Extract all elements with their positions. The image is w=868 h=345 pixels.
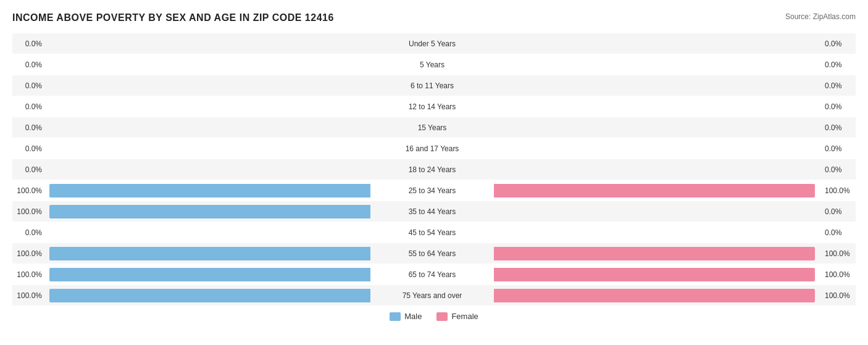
row-label: 75 Years and over [370, 291, 494, 300]
row-label: 15 Years [370, 123, 494, 132]
right-bar-container: 100.0% [494, 243, 852, 264]
legend-male: Male [390, 312, 422, 321]
right-bar-wrap [494, 201, 822, 222]
male-value: 100.0% [12, 270, 42, 279]
chart-legend: Male Female [12, 312, 856, 321]
chart-area: 0.0% Under 5 Years 0.0% 0.0% 5 Years [12, 33, 856, 306]
source-label: Source: ZipAtlas.com [785, 12, 856, 21]
left-bar-container: 100.0% [12, 285, 370, 306]
right-bar-wrap [494, 117, 822, 138]
male-bar [49, 289, 370, 302]
right-bar-wrap [494, 159, 822, 180]
right-bar-wrap [494, 138, 822, 159]
left-bar-wrap [42, 243, 370, 264]
chart-row: 0.0% 6 to 11 Years 0.0% [12, 75, 856, 96]
female-value: 0.0% [822, 144, 852, 153]
chart-row: 0.0% 15 Years 0.0% [12, 117, 856, 138]
left-bar-wrap [42, 285, 370, 306]
chart-row: 0.0% 16 and 17 Years 0.0% [12, 138, 856, 159]
male-value: 100.0% [12, 186, 42, 195]
left-bar-container: 0.0% [12, 54, 370, 75]
female-value: 0.0% [822, 123, 852, 132]
left-bar-container: 0.0% [12, 96, 370, 117]
female-value: 0.0% [822, 207, 852, 216]
left-bar-container: 0.0% [12, 138, 370, 159]
left-bar-wrap [42, 117, 370, 138]
right-bar-container: 0.0% [494, 54, 852, 75]
male-bar [49, 247, 370, 260]
left-bar-wrap [42, 54, 370, 75]
male-value: 0.0% [12, 102, 42, 111]
male-value: 100.0% [12, 291, 42, 300]
right-bar-wrap [494, 222, 822, 243]
female-bar [494, 247, 815, 260]
left-bar-wrap [42, 180, 370, 201]
female-value: 100.0% [822, 249, 852, 258]
male-value: 100.0% [12, 249, 42, 258]
female-value: 0.0% [822, 102, 852, 111]
chart-row: 0.0% 12 to 14 Years 0.0% [12, 96, 856, 117]
female-value: 0.0% [822, 228, 852, 237]
left-bar-container: 100.0% [12, 180, 370, 201]
row-label: 65 to 74 Years [370, 270, 494, 279]
chart-row: 100.0% 65 to 74 Years 100.0% [12, 264, 856, 285]
legend-female: Female [436, 312, 478, 321]
male-bar [49, 205, 370, 218]
right-bar-container: 0.0% [494, 201, 852, 222]
right-bar-container: 0.0% [494, 222, 852, 243]
row-label: Under 5 Years [370, 39, 494, 48]
chart-row: 100.0% 25 to 34 Years 100.0% [12, 180, 856, 201]
female-value: 0.0% [822, 165, 852, 174]
left-bar-wrap [42, 96, 370, 117]
row-label: 16 and 17 Years [370, 144, 494, 153]
female-color-swatch [436, 312, 448, 321]
female-bar [494, 289, 815, 302]
right-bar-wrap [494, 243, 822, 264]
row-label: 55 to 64 Years [370, 249, 494, 258]
left-bar-container: 0.0% [12, 117, 370, 138]
chart-row: 0.0% 5 Years 0.0% [12, 54, 856, 75]
male-value: 0.0% [12, 165, 42, 174]
male-value: 0.0% [12, 81, 42, 90]
chart-row: 0.0% 18 to 24 Years 0.0% [12, 159, 856, 180]
left-bar-wrap [42, 222, 370, 243]
left-bar-wrap [42, 159, 370, 180]
male-value: 0.0% [12, 144, 42, 153]
right-bar-container: 0.0% [494, 138, 852, 159]
left-bar-container: 100.0% [12, 201, 370, 222]
left-bar-wrap [42, 138, 370, 159]
right-bar-wrap [494, 285, 822, 306]
male-bar [49, 268, 370, 281]
chart-row: 100.0% 75 Years and over 100.0% [12, 285, 856, 306]
left-bar-wrap [42, 201, 370, 222]
row-label: 12 to 14 Years [370, 102, 494, 111]
chart-title: INCOME ABOVE POVERTY BY SEX AND AGE IN Z… [12, 12, 334, 23]
male-value: 0.0% [12, 123, 42, 132]
female-bar [494, 184, 815, 197]
female-value: 100.0% [822, 186, 852, 195]
right-bar-container: 100.0% [494, 180, 852, 201]
right-bar-container: 0.0% [494, 159, 852, 180]
male-color-swatch [390, 312, 401, 321]
row-label: 18 to 24 Years [370, 165, 494, 174]
right-bar-wrap [494, 96, 822, 117]
male-value: 0.0% [12, 228, 42, 237]
right-bar-container: 100.0% [494, 285, 852, 306]
row-label: 5 Years [370, 60, 494, 69]
right-bar-wrap [494, 180, 822, 201]
chart-row: 100.0% 55 to 64 Years 100.0% [12, 243, 856, 264]
female-value: 0.0% [822, 60, 852, 69]
right-bar-container: 100.0% [494, 264, 852, 285]
chart-header: INCOME ABOVE POVERTY BY SEX AND AGE IN Z… [12, 12, 856, 23]
right-bar-wrap [494, 264, 822, 285]
right-bar-wrap [494, 75, 822, 96]
male-label: Male [404, 312, 422, 321]
right-bar-wrap [494, 54, 822, 75]
row-label: 25 to 34 Years [370, 186, 494, 195]
left-bar-wrap [42, 264, 370, 285]
right-bar-container: 0.0% [494, 75, 852, 96]
row-label: 35 to 44 Years [370, 207, 494, 216]
male-bar [49, 184, 370, 197]
chart-row: 0.0% 45 to 54 Years 0.0% [12, 222, 856, 243]
male-value: 0.0% [12, 39, 42, 48]
